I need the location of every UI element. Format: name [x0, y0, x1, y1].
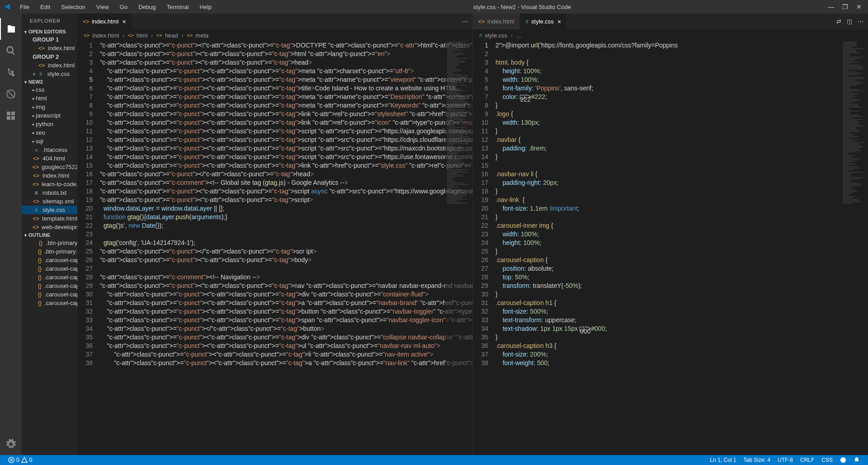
menu-edit[interactable]: Edit — [36, 2, 55, 12]
group2-label: GROUP 2 — [22, 52, 77, 61]
explorer-icon[interactable] — [0, 18, 22, 40]
file-item[interactable]: #style.css — [22, 206, 77, 214]
file-item[interactable]: <>googlecc752283459e5508.html — [22, 163, 77, 171]
open-editor-item[interactable]: <>index.html — [22, 44, 77, 52]
error-icon — [8, 457, 14, 463]
menu-selection[interactable]: Selection — [57, 2, 90, 12]
group1-label: GROUP 1 — [22, 35, 77, 44]
maximize-icon[interactable]: ❐ — [842, 3, 848, 10]
source-control-icon[interactable] — [0, 61, 22, 83]
status-problems[interactable]: 0 0 — [5, 457, 36, 463]
outline-item[interactable]: {}.carousel-caption — [22, 256, 77, 264]
minimap[interactable] — [841, 41, 868, 455]
status-encoding[interactable]: UTF-8 — [774, 457, 797, 463]
outline-item[interactable]: {}.carousel-caption .btn — [22, 290, 77, 299]
file-item[interactable]: ○.htaccess — [22, 146, 77, 154]
folder-item[interactable]: ▸ python — [22, 120, 77, 128]
activity-bar — [0, 14, 22, 455]
extensions-icon[interactable] — [0, 105, 22, 127]
open-editors-section[interactable]: ▾OPEN EDITORS — [22, 28, 77, 35]
menu-view[interactable]: View — [92, 2, 113, 12]
file-item[interactable]: <>template.html — [22, 214, 77, 223]
breadcrumb[interactable]: #style.css ›... — [473, 29, 868, 41]
outline-section[interactable]: ▾OUTLINE — [22, 231, 77, 239]
settings-gear-icon[interactable] — [0, 433, 22, 455]
status-eol[interactable]: CRLF — [797, 457, 818, 463]
debug-icon[interactable] — [0, 83, 22, 105]
open-editor-item[interactable]: ×#style.css — [22, 70, 77, 78]
file-item[interactable]: ≡robots.txt — [22, 188, 77, 197]
search-icon[interactable] — [0, 40, 22, 61]
outline-item[interactable]: {}.btn-primary:hover — [22, 247, 77, 256]
split-editor-icon[interactable]: ◫ — [847, 18, 852, 25]
editor-more-icon[interactable]: ⋯ — [858, 18, 863, 25]
close-editor-icon[interactable]: × — [33, 71, 35, 77]
folder-item[interactable]: ▸ css — [22, 85, 77, 94]
menu-bar: File Edit Selection View Go Debug Termin… — [15, 2, 216, 12]
editor-group-2: <>index.html #style.css× ⇄ ◫ ⋯ #style.cs… — [472, 14, 868, 455]
file-item[interactable]: <>sitemap.xml — [22, 197, 77, 206]
status-ln-col[interactable]: Ln 1, Col 1 — [707, 457, 740, 463]
folder-item[interactable]: ▸ img — [22, 103, 77, 111]
outline-item[interactable]: {}.carousel-caption — [22, 264, 77, 273]
menu-terminal[interactable]: Terminal — [162, 2, 193, 12]
status-tab-size[interactable]: Tab Size: 4 — [740, 457, 774, 463]
status-bar: 0 0 Ln 1, Col 1 Tab Size: 4 UTF-8 CRLF C… — [0, 455, 868, 465]
menu-go[interactable]: Go — [115, 2, 132, 12]
editor-group-1: <>index.html× ⋯ <>index.html ›<>html ›<>… — [77, 14, 472, 455]
code-editor-2[interactable]: 1234567891011121314151617181920212223242… — [473, 41, 868, 455]
menu-file[interactable]: File — [15, 2, 34, 12]
sidebar-title: EXPLORER — [22, 14, 77, 28]
minimap[interactable] — [445, 41, 472, 455]
folder-item[interactable]: ▸ sql — [22, 137, 77, 146]
close-icon[interactable]: ✕ — [856, 3, 862, 10]
menu-help[interactable]: Help — [195, 2, 217, 12]
tab-style-css[interactable]: #style.css× — [520, 14, 567, 29]
outline-item[interactable]: {}.carousel-caption .btn — [22, 282, 77, 290]
editor-tabs: <>index.html× ⋯ — [77, 14, 472, 29]
status-language[interactable]: CSS — [818, 457, 836, 463]
vscode-logo-icon — [4, 3, 11, 10]
menu-debug[interactable]: Debug — [134, 2, 160, 12]
outline-item[interactable]: {}.carousel-caption — [22, 273, 77, 282]
editor-more-icon[interactable]: ⋯ — [462, 18, 468, 25]
breadcrumb[interactable]: <>index.html ›<>html ›<>head ›<>meta — [77, 29, 472, 41]
warning-icon — [21, 457, 28, 463]
folder-item[interactable]: ▸ seo — [22, 128, 77, 137]
folder-item[interactable]: ▸ html — [22, 94, 77, 103]
minimize-icon[interactable]: — — [828, 3, 834, 10]
close-tab-icon[interactable]: × — [557, 18, 561, 25]
file-item[interactable]: <>web-development-tools.html — [22, 223, 77, 231]
status-feedback-icon[interactable] — [836, 457, 850, 463]
svg-point-2 — [840, 457, 846, 463]
open-editor-item[interactable]: <>index.html — [22, 61, 77, 70]
file-item[interactable]: <>404.html — [22, 154, 77, 163]
workspace-section[interactable]: ▾NEW2 — [22, 78, 77, 85]
outline-item[interactable]: {}.carousel-caption h1 — [22, 299, 77, 307]
explorer-sidebar: EXPLORER ▾OPEN EDITORS GROUP 1 <>index.h… — [22, 14, 77, 455]
window-controls: — ❐ ✕ — [828, 3, 864, 10]
outline-item[interactable]: {}.btn-primary — [22, 239, 77, 247]
editor-tabs: <>index.html #style.css× ⇄ ◫ ⋯ — [473, 14, 868, 29]
tab-index-html[interactable]: <>index.html× — [77, 14, 132, 29]
title-bar: File Edit Selection View Go Debug Termin… — [0, 0, 868, 14]
file-item[interactable]: <>learn-to-code.html — [22, 180, 77, 188]
status-bell-icon[interactable] — [850, 457, 863, 463]
code-editor-1[interactable]: 1234567891011121314151617181920212223242… — [77, 41, 472, 455]
tab-index-html-2[interactable]: <>index.html — [473, 14, 520, 29]
window-title: style.css - New2 - Visual Studio Code — [216, 4, 828, 10]
file-item[interactable]: <>index.html — [22, 171, 77, 180]
folder-item[interactable]: ▸ javascript — [22, 111, 77, 120]
compare-icon[interactable]: ⇄ — [836, 18, 841, 25]
close-tab-icon[interactable]: × — [122, 18, 126, 25]
